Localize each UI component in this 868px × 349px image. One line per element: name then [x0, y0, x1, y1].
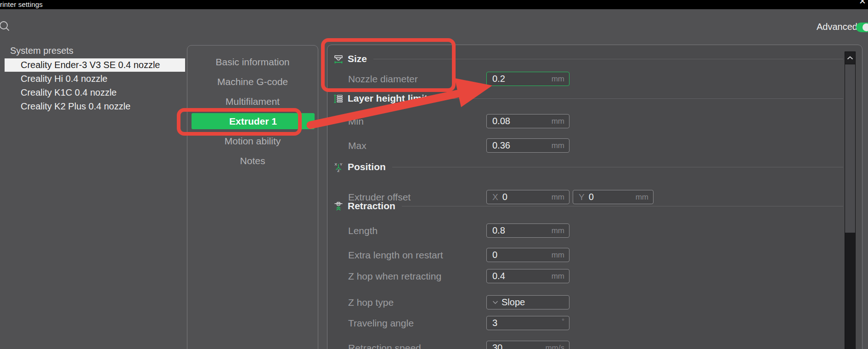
section-title: Position	[348, 161, 386, 172]
section-divider	[373, 59, 843, 59]
row-length: Length 0.8 mm	[348, 223, 843, 238]
section-header-retraction: Retraction	[333, 200, 843, 212]
settings-content-panel: Size Nozzle diameter 0.2 mm Layer height…	[327, 45, 862, 349]
input-value: 0.2	[492, 74, 505, 84]
layer-stack-icon	[333, 93, 344, 103]
nav-item-machine-gcode[interactable]: Machine G-code	[187, 76, 318, 88]
row-z-hop-type: Z hop type Slope	[348, 295, 843, 309]
row-label: Max	[348, 140, 366, 151]
section-divider	[402, 206, 843, 206]
row-label: Traveling angle	[348, 318, 414, 328]
title-bar: rinter settings ✕	[0, 0, 868, 9]
input-value: 0.4	[492, 271, 505, 281]
nav-item-extruder-1[interactable]: Extruder 1	[192, 113, 315, 129]
chevron-down-icon	[492, 300, 498, 304]
scrollbar-track[interactable]	[845, 64, 856, 349]
section-divider	[440, 98, 843, 99]
scroll-up-button[interactable]	[845, 51, 856, 64]
window-title: rinter settings	[0, 0, 43, 8]
dropdown-value: Slope	[502, 297, 525, 308]
section-title: Retraction	[348, 200, 395, 212]
nav-item-motion-ability[interactable]: Motion ability	[187, 135, 318, 147]
input-value: 0.08	[492, 116, 510, 126]
row-traveling-angle: Traveling angle 3 °	[348, 316, 843, 330]
row-label: Retraction speed	[348, 343, 421, 349]
svg-text:Y: Y	[340, 162, 343, 166]
row-extra-length-on-restart: Extra length on restart 0 mm	[348, 248, 843, 262]
advanced-label: Advanced	[817, 22, 857, 32]
retraction-speed-input[interactable]: 30 mm/s	[486, 341, 569, 349]
extra-length-input[interactable]: 0 mm	[486, 248, 569, 262]
z-hop-input[interactable]: 0.4 mm	[486, 269, 569, 283]
section-title: Size	[348, 53, 367, 64]
row-label: Nozzle diameter	[348, 74, 418, 84]
input-unit: °	[562, 317, 564, 325]
retraction-length-input[interactable]: 0.8 mm	[486, 223, 569, 238]
input-unit: mm	[552, 272, 564, 281]
row-label: Extra length on restart	[348, 250, 443, 260]
nav-item-basic-information[interactable]: Basic information	[187, 56, 318, 68]
row-label: Length	[348, 225, 378, 236]
preset-item-k1c[interactable]: Creality K1C 0.4 nozzle	[5, 86, 185, 99]
nav-item-multifilament[interactable]: Multifilament	[187, 96, 318, 108]
scrollbar-thumb[interactable]	[845, 64, 855, 233]
row-z-hop-when-retracting: Z hop when retracting 0.4 mm	[348, 269, 843, 283]
min-layer-height-input[interactable]: 0.08 mm	[486, 114, 569, 128]
input-unit: mm	[552, 117, 564, 126]
advanced-toggle[interactable]	[856, 23, 868, 32]
traveling-angle-input[interactable]: 3 °	[486, 316, 569, 330]
row-label: Min	[348, 116, 364, 126]
nozzle-diameter-input[interactable]: 0.2 mm	[486, 72, 569, 86]
preset-item-ender3-v3-se[interactable]: Creality Ender-3 V3 SE 0.4 nozzle	[5, 58, 185, 72]
row-retraction-speed: Retraction speed 30 mm/s	[348, 341, 843, 349]
search-icon[interactable]	[0, 20, 11, 32]
input-value: 0.36	[492, 140, 510, 151]
svg-text:X: X	[335, 162, 338, 166]
extruder-retract-icon	[333, 201, 344, 211]
row-nozzle-diameter: Nozzle diameter 0.2 mm	[348, 72, 843, 86]
close-icon[interactable]: ✕	[859, 0, 866, 6]
input-value: 3	[492, 318, 497, 328]
input-unit: mm	[552, 251, 564, 260]
toggle-knob	[862, 23, 868, 31]
svg-text:Z: Z	[338, 169, 340, 172]
row-label: Z hop when retracting	[348, 271, 441, 281]
vertical-scrollbar[interactable]	[845, 51, 856, 349]
input-unit: mm/s	[545, 343, 564, 349]
input-unit: mm	[552, 141, 564, 150]
printer-settings-dialog: { "window": { "title_visible": "rinter s…	[0, 0, 868, 349]
input-value: 0.8	[492, 225, 505, 236]
section-header-layer-height-limits: Layer height limits	[333, 92, 843, 105]
z-hop-type-dropdown[interactable]: Slope	[486, 295, 569, 309]
preset-item-k2-plus[interactable]: Creality K2 Plus 0.4 nozzle	[5, 100, 185, 113]
nozzle-size-icon	[333, 54, 344, 64]
section-header-position: X Y Z Position	[333, 160, 843, 173]
nav-item-notes[interactable]: Notes	[187, 155, 318, 167]
input-unit: mm	[552, 74, 564, 84]
xyz-axes-icon: X Y Z	[333, 162, 344, 172]
system-presets-header: System presets	[10, 46, 73, 56]
settings-nav-panel: Basic information Machine G-code Multifi…	[187, 45, 318, 349]
chevron-up-icon	[847, 56, 853, 60]
row-label: Z hop type	[348, 297, 394, 308]
section-title: Layer height limits	[348, 93, 433, 104]
row-max: Max 0.36 mm	[348, 138, 843, 153]
preset-item-hi[interactable]: Creality Hi 0.4 nozzle	[5, 72, 185, 86]
input-value: 0	[492, 250, 497, 260]
input-unit: mm	[552, 226, 564, 235]
max-layer-height-input[interactable]: 0.36 mm	[486, 138, 569, 153]
section-header-size: Size	[333, 52, 843, 65]
row-min: Min 0.08 mm	[348, 114, 843, 128]
input-value: 30	[492, 343, 502, 349]
section-divider	[392, 167, 843, 167]
